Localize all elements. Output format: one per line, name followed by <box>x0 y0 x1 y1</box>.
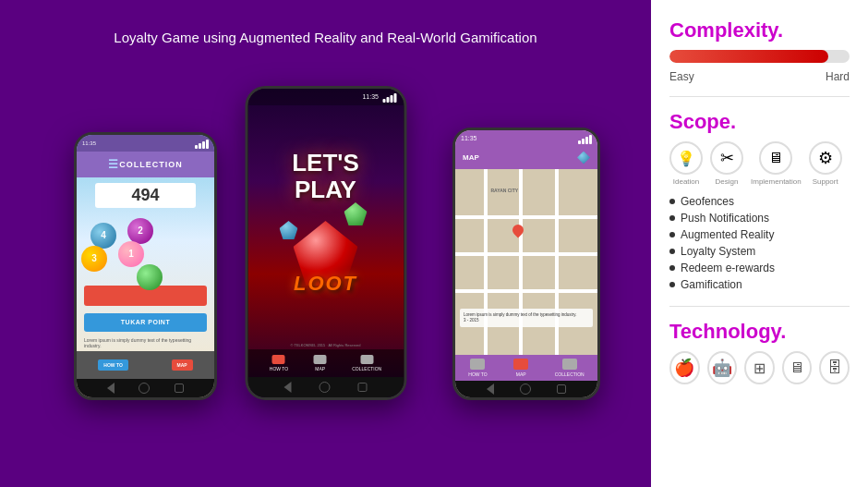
scope-item-push: Push Notifications <box>669 210 850 226</box>
copyright-text: © TELKOMSEL 2015 · All Rights Reserved <box>247 341 404 349</box>
scope-item-ar: Augmented Reality <box>669 226 850 243</box>
scope-icon-design: ✂ Design <box>710 141 743 186</box>
collection-nav: COLLECTION <box>352 355 381 371</box>
collection-icon-r[interactable] <box>562 359 577 370</box>
howto-icon-r[interactable] <box>470 359 485 370</box>
progress-bar-fill <box>669 50 828 63</box>
implementation-circle: 🖥 <box>759 141 792 175</box>
bottom-nav-middle: HOW TO MAP COLLECTION <box>247 349 404 377</box>
recent-btn-r[interactable] <box>557 384 566 394</box>
bullet <box>669 232 675 237</box>
road-h1 <box>455 215 597 219</box>
map-icon-r[interactable] <box>513 359 528 370</box>
home-button-bar-middle <box>247 377 404 397</box>
home-btn-r[interactable] <box>520 384 531 395</box>
monitor-icon: 🖥 <box>782 351 813 384</box>
time-right: 11:35 <box>461 135 477 141</box>
home-button-bar <box>77 379 214 397</box>
back-btn-r[interactable] <box>487 384 494 395</box>
bullet <box>669 282 675 287</box>
howto-nav-r: HOW TO <box>468 359 487 377</box>
howto-icon[interactable] <box>272 355 285 364</box>
gem-blue: 4 <box>90 223 116 249</box>
android-icon: 🤖 <box>707 351 738 384</box>
road-h2 <box>455 252 597 256</box>
map-label-r: MAP <box>516 371 526 377</box>
complexity-dot: . <box>778 18 783 42</box>
map-lorem: Lorem ipsum is simply dummy text of the … <box>464 312 589 318</box>
scope-icon-implementation: 🖥 Implementation <box>751 141 802 186</box>
scope-redeem: Redeem e-rewards <box>681 262 775 274</box>
bullet <box>669 265 675 271</box>
map-nav-r: MAP <box>513 359 528 377</box>
collection-nav-r: COLLECTION <box>555 359 585 377</box>
back-btn[interactable] <box>107 383 115 394</box>
tukar-button[interactable]: TUKAR POINT <box>84 313 207 332</box>
map-header-label: MAP <box>463 153 479 162</box>
map-pin <box>510 222 525 237</box>
status-bar-right: 11:35 <box>455 130 597 147</box>
bullet <box>669 215 675 221</box>
ideation-label: Ideation <box>673 177 699 186</box>
lets-play-content: LET'SPLAY LOOT <box>247 105 404 341</box>
scope-icon-support: ⚙ Support <box>809 141 842 186</box>
progress-bar-bg <box>669 50 850 63</box>
scope-list: Geofences Push Notifications Augmented R… <box>669 193 850 293</box>
technology-title: Technology. <box>669 320 850 344</box>
apple-icon: 🍎 <box>669 351 700 384</box>
scope-icon-ideation: 💡 Ideation <box>669 141 703 186</box>
home-btn[interactable] <box>139 383 150 394</box>
scope-item-geofences: Geofences <box>669 193 850 210</box>
implementation-label: Implementation <box>751 177 802 186</box>
how-to-btn[interactable]: HOW TO <box>98 359 127 371</box>
howto-nav: HOW TO <box>270 355 288 371</box>
scope-section: Scope. 💡 Ideation ✂ Design 🖥 Implementat… <box>669 110 850 293</box>
bottom-nav-right: HOW TO MAP COLLECTION <box>455 355 597 381</box>
map-info-box: Lorem ipsum is simply dummy text of the … <box>460 309 593 327</box>
scope-icons: 💡 Ideation ✂ Design 🖥 Implementation ⚙ S… <box>669 141 850 186</box>
gem-green <box>137 264 163 290</box>
label-easy: Easy <box>669 70 694 83</box>
scope-dot: . <box>730 110 736 133</box>
howto-label-r: HOW TO <box>468 371 487 377</box>
status-bar-time-left: 11:35 <box>82 140 96 146</box>
score-display: 494 <box>95 183 196 208</box>
divider-1 <box>669 96 850 97</box>
phone-map: 11:35 MAP <box>452 128 600 400</box>
scope-gamification: Gamification <box>681 278 742 291</box>
map-nav: MAP <box>314 355 327 371</box>
ideation-circle: 💡 <box>669 141 703 175</box>
time-middle: 11:35 <box>362 93 379 100</box>
recent-btn[interactable] <box>175 384 184 393</box>
phone-collection: 11:35 ☰ COLLECTION 494 4 2 <box>74 132 217 400</box>
scope-loyalty: Loyalty System <box>681 245 755 258</box>
scope-item-redeem: Redeem e-rewards <box>669 260 850 276</box>
complexity-labels: Easy Hard <box>669 70 850 83</box>
status-bar-middle: 11:35 <box>247 89 404 105</box>
scope-ar: Augmented Reality <box>681 228 774 241</box>
back-btn-m[interactable] <box>284 382 292 393</box>
map-app-header: MAP <box>455 147 597 169</box>
technology-section: Technology. 🍎 🤖 ⊞ 🖥 🗄 <box>669 320 850 384</box>
database-icon: 🗄 <box>819 351 850 384</box>
gem-pink: 1 <box>118 241 144 267</box>
divider-2 <box>669 306 850 307</box>
map-icon[interactable] <box>314 355 327 364</box>
scope-geofences: Geofences <box>681 195 734 208</box>
map-area: RAYAN CITY Lorem ipsum is simply dummy t… <box>455 169 597 355</box>
technology-dot: . <box>780 320 786 343</box>
collection-icon[interactable] <box>360 355 373 364</box>
design-circle: ✂ <box>710 141 743 175</box>
home-btn-m[interactable] <box>319 382 330 393</box>
scope-title-text: Scope <box>669 110 730 133</box>
city-label: RAYAN CITY <box>491 188 519 193</box>
lets-play-text: LET'SPLAY <box>292 150 359 202</box>
recent-btn-m[interactable] <box>357 383 367 392</box>
tech-icons: 🍎 🤖 ⊞ 🖥 🗄 <box>669 351 850 384</box>
loot-text: LOOT <box>294 272 357 296</box>
map-label: MAP <box>315 366 325 371</box>
label-hard: Hard <box>826 70 850 83</box>
scope-title: Scope. <box>669 110 850 134</box>
support-circle: ⚙ <box>809 141 842 175</box>
map-btn[interactable]: MAP <box>172 359 193 371</box>
